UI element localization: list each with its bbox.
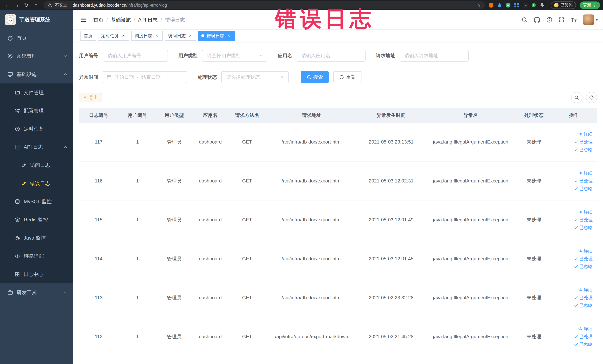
tab-close-icon[interactable]: × — [154, 33, 159, 38]
sidebar-item-log-center[interactable]: 日志中心 — [0, 265, 73, 283]
sidebar-item-infrastructure[interactable]: 基础设施 — [0, 65, 73, 83]
tab-close-icon[interactable]: × — [188, 33, 193, 38]
record-extension-icon[interactable] — [488, 3, 494, 8]
proxy-on-icon[interactable]: on — [522, 3, 528, 8]
search-button[interactable]: 搜索 — [301, 71, 329, 83]
sidebar-item-config-mgmt[interactable]: 配置管理 — [0, 102, 73, 120]
user-menu[interactable]: ▾ — [583, 14, 598, 25]
app-name-input[interactable] — [297, 50, 366, 61]
table-row: 1151管理员dashboardGET/api/infra/db-doc/exp… — [79, 200, 597, 239]
user-id-input[interactable] — [103, 50, 168, 61]
cell-app-name: dashboard — [192, 239, 229, 278]
processed-link[interactable]: 已处理 — [551, 177, 593, 185]
github-icon[interactable] — [534, 17, 540, 23]
processed-link[interactable]: 已处理 — [551, 216, 593, 224]
sidebar-item-label: MySQL 监控 — [24, 198, 52, 205]
action-label: 详细 — [584, 325, 593, 333]
cell-exception-name: java.lang.IllegalArgumentException — [425, 317, 517, 356]
sidebar-item-scheduled-jobs[interactable]: 定时任务 — [0, 120, 73, 138]
ignored-link[interactable]: 已忽略 — [551, 185, 593, 192]
processed-link[interactable]: 已处理 — [551, 138, 593, 146]
app-logo-icon — [5, 14, 16, 25]
fullscreen-icon[interactable] — [559, 17, 564, 23]
tab-close-icon[interactable]: × — [226, 33, 231, 38]
sidebar-item-redis-monitor[interactable]: Redis 监控 — [0, 211, 73, 229]
sidebar-item-error-log[interactable]: 错误日志 — [0, 174, 73, 192]
browser-update-button[interactable]: 更新 ⋮ — [580, 1, 600, 9]
tags-view-tab[interactable]: 定时任务× — [98, 31, 129, 41]
user-type-select[interactable]: 请选择用户类型 — [202, 50, 267, 61]
processed-link[interactable]: 已处理 — [551, 294, 593, 302]
process-status-select[interactable]: 请选择处理状态 — [221, 71, 289, 83]
hamburger-icon[interactable] — [78, 17, 89, 23]
processed-link[interactable]: 已处理 — [551, 333, 593, 341]
ignored-link[interactable]: 已忽略 — [551, 263, 593, 270]
help-icon[interactable] — [546, 17, 552, 23]
processed-link[interactable]: 已处理 — [551, 255, 593, 263]
cell-request-url: /api/infra/db-doc/export-html — [266, 200, 358, 239]
font-size-icon[interactable] — [570, 17, 577, 23]
request-url-input[interactable] — [400, 50, 469, 61]
sidebar-item-dev-tools[interactable]: 研发工具 — [0, 283, 73, 302]
tags-view-tab[interactable]: 首页 — [81, 31, 96, 41]
refresh-button[interactable] — [586, 92, 597, 103]
sidebar-item-api-log[interactable]: API 日志 — [0, 138, 73, 156]
grid-extension-icon[interactable] — [514, 3, 519, 8]
sidebar-item-mysql-monitor[interactable]: MySQL 监控 — [0, 192, 73, 211]
hide-search-button[interactable] — [571, 92, 582, 103]
ignored-link[interactable]: 已忽略 — [551, 302, 593, 309]
exception-time-range-picker[interactable]: 开始日期 - 结束日期 — [103, 71, 187, 83]
app-title: 芋道管理系统 — [19, 16, 50, 23]
chevron-up-icon — [63, 72, 68, 76]
check-icon — [574, 295, 578, 300]
paused-badge[interactable]: 已暂停 — [551, 1, 576, 9]
column-header: 请求地址 — [266, 108, 358, 122]
grid-icon — [15, 272, 20, 277]
drop-extension-icon[interactable] — [497, 3, 502, 8]
tags-view-tab[interactable]: 访问日志× — [165, 31, 196, 41]
sidebar-item-trace[interactable]: 链路追踪 — [0, 247, 73, 265]
action-label: 已忽略 — [579, 185, 593, 192]
ignored-link[interactable]: 已忽略 — [551, 146, 593, 153]
reset-button[interactable]: 重置 — [333, 71, 361, 83]
tags-view-tab[interactable]: 错误日志× — [198, 31, 235, 41]
sidebar-item-java-monitor[interactable]: Java 监控 — [0, 229, 73, 247]
table-row: 1161管理员dashboardGET/api/infra/db-doc/exp… — [79, 161, 597, 200]
detail-link[interactable]: 详细 — [551, 169, 593, 177]
breadcrumb-item[interactable]: 首页 — [93, 16, 104, 23]
detail-link[interactable]: 详细 — [551, 325, 593, 333]
address-bar[interactable]: 不安全 dashboard.yudao.iocoder.cn/infra/log… — [44, 1, 485, 9]
detail-link[interactable]: 详细 — [551, 130, 593, 138]
ignored-link[interactable]: 已忽略 — [551, 224, 593, 231]
browser-forward-icon[interactable]: → — [13, 1, 21, 9]
tags-view-tab[interactable]: 调度日志× — [131, 31, 163, 41]
export-button[interactable]: 导出 — [79, 93, 102, 102]
sidebar-item-home[interactable]: 首页 — [0, 29, 73, 47]
check-icon — [574, 303, 578, 307]
sidebar-item-file-mgmt[interactable]: 文件管理 — [0, 83, 73, 102]
ignored-link[interactable]: 已忽略 — [551, 341, 593, 348]
pin-extension-icon[interactable] — [540, 3, 545, 8]
app-logo[interactable]: 芋道管理系统 — [0, 10, 73, 29]
breadcrumb-item[interactable]: API 日志 — [138, 16, 158, 23]
vue-devtools-icon[interactable] — [506, 3, 511, 8]
browser-reload-icon[interactable]: ↻ — [22, 1, 30, 9]
right-toolbar — [571, 92, 597, 103]
tab-close-icon[interactable]: × — [121, 33, 126, 38]
sidebar-item-system-mgmt[interactable]: 系统管理 — [0, 47, 73, 65]
bookmark-star-icon[interactable]: ☆ — [477, 2, 481, 8]
browser-home-icon[interactable]: ⌂ — [32, 1, 40, 9]
sidebar-item-access-log[interactable]: 访问日志 — [0, 156, 73, 174]
action-label: 已处理 — [579, 138, 593, 146]
detail-link[interactable]: 详细 — [551, 286, 593, 294]
breadcrumb-item[interactable]: 基础设施 — [111, 16, 131, 23]
search-icon[interactable] — [522, 17, 528, 23]
green-extension-icon[interactable] — [531, 3, 536, 8]
browser-back-icon[interactable]: ← — [3, 1, 11, 9]
detail-link[interactable]: 详细 — [551, 247, 593, 255]
tab-label: 首页 — [84, 33, 93, 39]
action-label: 已处理 — [579, 333, 593, 341]
sidebar-item-label: 错误日志 — [30, 180, 50, 187]
detail-link[interactable]: 详细 — [551, 208, 593, 216]
browser-menu-kebab-icon[interactable]: ⋮ — [593, 3, 597, 8]
